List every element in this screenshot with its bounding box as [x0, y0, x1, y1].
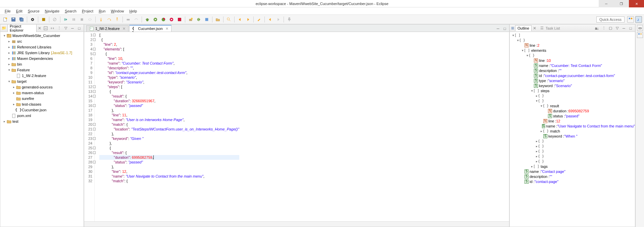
outline-tree[interactable]: ▾[ ]▾{ }Nline : 2▾[ ]elements▾{ }Nline :…: [510, 32, 635, 227]
outline-node[interactable]: ▾[ ]elements: [510, 48, 635, 53]
outline-tab[interactable]: Outline: [515, 25, 532, 31]
editor-minimize-icon[interactable]: ─: [495, 26, 501, 32]
tree-node[interactable]: ▾target: [0, 78, 84, 84]
close-icon[interactable]: ✕: [37, 26, 43, 31]
menu-window[interactable]: Window: [108, 9, 127, 13]
window-close[interactable]: ✕: [629, 0, 644, 7]
dropframe-icon[interactable]: [125, 16, 132, 23]
pin-icon[interactable]: [286, 16, 293, 23]
lastedit-icon[interactable]: [256, 16, 262, 23]
filter-icon[interactable]: ⋮: [601, 25, 607, 31]
outline-node[interactable]: Nline : 12: [510, 118, 635, 123]
perspective-open-icon[interactable]: [627, 16, 634, 23]
restore-view-icon[interactable]: ▭: [637, 25, 643, 31]
back-icon[interactable]: [267, 16, 274, 23]
outline-node[interactable]: ▸[ ]tags: [510, 164, 635, 169]
outline-node[interactable]: ▸{ }: [510, 139, 635, 144]
outline-node[interactable]: ▾[ ]steps: [510, 88, 635, 93]
minimize-icon[interactable]: ─: [69, 25, 76, 31]
outline-node[interactable]: ▸{ }: [510, 159, 635, 164]
view-menu-icon[interactable]: ▽: [614, 25, 620, 31]
stepreturn-icon[interactable]: [114, 16, 120, 23]
tree-node[interactable]: ▾MavenIWwebSite_Cucumber: [0, 33, 84, 38]
build-icon[interactable]: [40, 16, 47, 23]
openfile-icon[interactable]: [214, 16, 221, 23]
window-maximize[interactable]: ❐: [614, 0, 629, 7]
editor-maximize-icon[interactable]: □: [502, 26, 508, 32]
tree-node[interactable]: ▸src: [0, 38, 84, 44]
expand-icon[interactable]: ▢: [607, 25, 613, 31]
perspective-java-icon[interactable]: J: [635, 16, 642, 23]
outline-node[interactable]: ▾{ }: [510, 53, 635, 58]
newclass-icon[interactable]: C: [195, 16, 202, 23]
external-icon[interactable]: [176, 16, 183, 23]
outline-node[interactable]: Sname : "User Navigate to Contact from t…: [510, 123, 635, 128]
tree-node[interactable]: ▸bin: [0, 61, 84, 67]
menu-file[interactable]: File: [2, 9, 13, 13]
collapse-all-icon[interactable]: [43, 25, 49, 31]
sort-icon[interactable]: a↓: [594, 25, 600, 31]
saveall-icon[interactable]: [18, 16, 25, 23]
outline-node[interactable]: ▾[ ]: [510, 33, 635, 38]
editor-hscroll[interactable]: [84, 221, 509, 227]
stepover-icon[interactable]: [106, 16, 112, 23]
tree-node[interactable]: surefire: [0, 96, 84, 101]
save-icon[interactable]: [10, 16, 17, 23]
maximize-icon[interactable]: □: [628, 25, 634, 31]
outline-node[interactable]: ▾{ }result: [510, 103, 635, 108]
tree-node[interactable]: 1_IW-2.feature: [0, 73, 84, 78]
mode-icon[interactable]: [29, 16, 36, 23]
forward-icon[interactable]: [275, 16, 282, 23]
tree-node[interactable]: ▸Maven Dependencies: [0, 55, 84, 61]
debug-icon[interactable]: [144, 16, 151, 23]
outline-node[interactable]: Skeyword : "When ": [510, 134, 635, 139]
outline-node[interactable]: ▸{ }: [510, 93, 635, 98]
annotation-prev-icon[interactable]: [237, 16, 243, 23]
menu-edit[interactable]: Edit: [13, 9, 25, 13]
view-menu-icon[interactable]: ▽: [63, 25, 69, 31]
annotation-next-icon[interactable]: [245, 16, 251, 23]
tree-node[interactable]: ▸test: [0, 118, 84, 124]
terminate-icon[interactable]: [79, 16, 85, 23]
tree-node[interactable]: ▸Referenced Libraries: [0, 44, 84, 50]
tree-node[interactable]: ▸JRE System Library[JavaSE-1.7]: [0, 50, 84, 55]
close-icon[interactable]: ✕: [532, 26, 538, 31]
tree-node[interactable]: ▸maven-status: [0, 90, 84, 96]
menu-source[interactable]: Source: [25, 9, 42, 13]
close-icon[interactable]: ✕: [122, 27, 126, 31]
disconnect-icon[interactable]: [87, 16, 93, 23]
outline-node[interactable]: Nline : 2: [510, 43, 635, 48]
outline-node[interactable]: ▸{ }: [510, 149, 635, 154]
outline-node[interactable]: ▸{ }: [510, 144, 635, 149]
link-editor-icon[interactable]: [49, 25, 55, 31]
outline-node[interactable]: Sid : "contact-page": [510, 179, 635, 184]
project-tree[interactable]: ▾MavenIWwebSite_Cucumber▸src▸Referenced …: [0, 32, 84, 227]
outline-node[interactable]: Stype : "scenario": [510, 78, 635, 83]
outline-node[interactable]: ▾{ }: [510, 38, 635, 43]
editor-tab[interactable]: 1_IW-2.feature✕: [86, 25, 129, 32]
resume-icon[interactable]: [62, 16, 69, 23]
outline-node[interactable]: Sname : "Cucumber: Test Contact Form": [510, 63, 635, 68]
menu-run[interactable]: Run: [96, 9, 108, 13]
search-icon[interactable]: [226, 16, 232, 23]
runlast-icon[interactable]: [168, 16, 175, 23]
menu-search[interactable]: Search: [62, 9, 79, 13]
outline-node[interactable]: Sid : "contact-page;cucumber:-test-conta…: [510, 73, 635, 78]
outline-node[interactable]: Sstatus : "passed": [510, 113, 635, 118]
outline-node[interactable]: ▸{ }match: [510, 128, 635, 134]
stepinto-icon[interactable]: [98, 16, 104, 23]
outline-node[interactable]: ▸{ }: [510, 154, 635, 159]
tree-node[interactable]: ▸test-classes: [0, 101, 84, 107]
debug-skip-icon[interactable]: [51, 16, 58, 23]
stepfilters-icon[interactable]: [133, 16, 140, 23]
close-icon[interactable]: ✕: [165, 27, 168, 31]
minimize-icon[interactable]: ─: [621, 25, 627, 31]
tree-node[interactable]: pom.xml: [0, 113, 84, 118]
outline-node[interactable]: Sname : "Contact page": [510, 169, 635, 174]
outline-node[interactable]: Skeyword : "Scenario": [510, 83, 635, 88]
outline-node[interactable]: Sdescription : "": [510, 68, 635, 73]
window-minimize[interactable]: ─: [599, 0, 614, 7]
coverage-icon[interactable]: [160, 16, 167, 23]
tree-node[interactable]: { }Cucumber.json: [0, 107, 84, 113]
suspend-icon[interactable]: [70, 16, 77, 23]
